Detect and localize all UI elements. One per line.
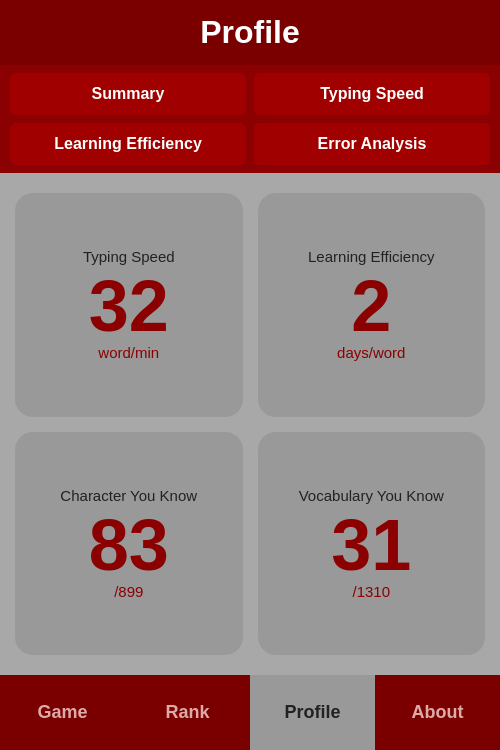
bottom-nav: Game Rank Profile About <box>0 675 500 750</box>
bottom-nav-game[interactable]: Game <box>0 675 125 750</box>
tab-typing-speed[interactable]: Typing Speed <box>254 73 490 115</box>
stat-card-learning-efficiency: Learning Efficiency 2 days/word <box>258 193 486 417</box>
stat-label-character-you-know: Character You Know <box>60 487 197 504</box>
stat-value-vocabulary-you-know: 31 <box>331 509 411 581</box>
stat-unit-learning-efficiency: days/word <box>337 344 405 361</box>
stat-value-character-you-know: 83 <box>89 509 169 581</box>
tab-summary[interactable]: Summary <box>10 73 246 115</box>
stat-label-learning-efficiency: Learning Efficiency <box>308 248 434 265</box>
tab-error-analysis[interactable]: Error Analysis <box>254 123 490 165</box>
main-content: Typing Speed 32 word/min Learning Effici… <box>0 173 500 675</box>
stat-label-vocabulary-you-know: Vocabulary You Know <box>299 487 444 504</box>
stat-card-vocabulary-you-know: Vocabulary You Know 31 /1310 <box>258 432 486 656</box>
page-title: Profile <box>200 14 300 51</box>
bottom-nav-about[interactable]: About <box>375 675 500 750</box>
stat-unit-character-you-know: /899 <box>114 583 143 600</box>
stat-unit-typing-speed: word/min <box>98 344 159 361</box>
header: Profile <box>0 0 500 65</box>
bottom-nav-rank[interactable]: Rank <box>125 675 250 750</box>
nav-tabs: Summary Typing Speed Learning Efficiency… <box>0 65 500 173</box>
stat-unit-vocabulary-you-know: /1310 <box>352 583 390 600</box>
bottom-nav-profile[interactable]: Profile <box>250 675 375 750</box>
stat-value-typing-speed: 32 <box>89 270 169 342</box>
stat-card-typing-speed: Typing Speed 32 word/min <box>15 193 243 417</box>
tab-learning-efficiency[interactable]: Learning Efficiency <box>10 123 246 165</box>
stat-card-character-you-know: Character You Know 83 /899 <box>15 432 243 656</box>
stat-label-typing-speed: Typing Speed <box>83 248 175 265</box>
stat-value-learning-efficiency: 2 <box>351 270 391 342</box>
